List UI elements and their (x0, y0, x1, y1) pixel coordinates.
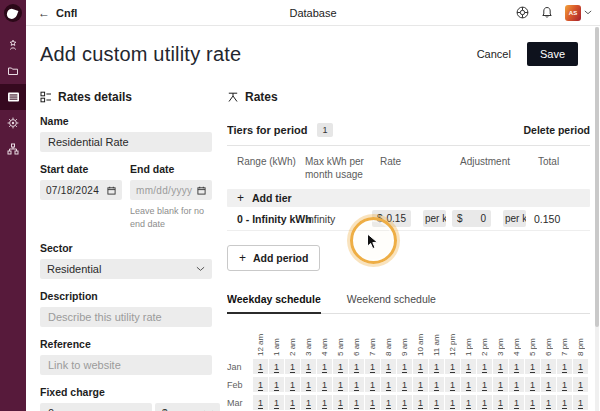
sector-select[interactable]: Residential (40, 259, 212, 279)
schedule-cell[interactable]: 1 (429, 359, 444, 374)
schedule-cell[interactable]: 1 (253, 395, 268, 410)
schedule-cell[interactable]: 1 (541, 359, 556, 374)
schedule-cell[interactable]: 1 (461, 377, 476, 392)
schedule-cell[interactable]: 1 (461, 395, 476, 410)
schedule-cell[interactable]: 1 (381, 377, 396, 392)
schedule-cell[interactable]: 1 (509, 359, 524, 374)
schedule-cell[interactable]: 1 (557, 377, 572, 392)
schedule-cell[interactable]: 1 (285, 395, 300, 410)
schedule-cell[interactable]: 1 (541, 395, 556, 410)
back-arrow-icon[interactable]: ← (38, 6, 50, 20)
schedule-cell[interactable]: 1 (541, 377, 556, 392)
schedule-cell[interactable]: 1 (381, 359, 396, 374)
tab-weekday-schedule[interactable]: Weekday schedule (227, 293, 321, 314)
schedule-cell[interactable]: 1 (525, 359, 540, 374)
schedule-cell[interactable]: 1 (413, 377, 428, 392)
schedule-cell[interactable]: 1 (317, 377, 332, 392)
fixed-charge-input[interactable] (40, 403, 152, 411)
schedule-tabs: Weekday schedule Weekend schedule (227, 293, 590, 314)
schedule-cell[interactable]: 1 (285, 377, 300, 392)
schedule-cell[interactable]: 1 (557, 395, 572, 410)
vertical-scrollbar[interactable] (595, 27, 599, 411)
rate-input[interactable]: $0.15 (372, 210, 411, 227)
schedule-cell[interactable]: 1 (429, 395, 444, 410)
schedule-cell[interactable]: 1 (573, 359, 588, 374)
schedule-cell[interactable]: 1 (333, 395, 348, 410)
schedule-cell[interactable]: 1 (445, 395, 460, 410)
schedule-cell[interactable]: 1 (333, 359, 348, 374)
schedule-cell[interactable]: 1 (253, 359, 268, 374)
reference-input[interactable] (40, 355, 212, 375)
schedule-cell[interactable]: 1 (365, 359, 380, 374)
schedule-cell[interactable]: 1 (397, 395, 412, 410)
save-button[interactable]: Save (527, 42, 578, 66)
schedule-cell[interactable]: 1 (349, 395, 364, 410)
schedule-cell[interactable]: 1 (493, 377, 508, 392)
schedule-cell[interactable]: 1 (413, 359, 428, 374)
schedule-cell[interactable]: 1 (509, 395, 524, 410)
calendar-icon (107, 186, 116, 195)
breadcrumb[interactable]: Cnfl (56, 7, 77, 19)
name-input[interactable] (40, 132, 212, 152)
sidebar-item-database[interactable] (0, 84, 26, 110)
end-date-input[interactable]: mm/dd/yyyy (130, 180, 212, 200)
sidebar-item-hierarchy[interactable] (0, 136, 26, 162)
hour-label: 12 am (253, 322, 268, 356)
schedule-cell[interactable]: 1 (477, 377, 492, 392)
schedule-cell[interactable]: 1 (349, 359, 364, 374)
schedule-cell[interactable]: 1 (493, 395, 508, 410)
schedule-cell[interactable]: 1 (461, 359, 476, 374)
schedule-cell[interactable]: 1 (445, 359, 460, 374)
schedule-cell[interactable]: 1 (525, 377, 540, 392)
schedule-cell[interactable]: 1 (493, 359, 508, 374)
help-icon[interactable] (516, 6, 529, 19)
adjustment-unit-select[interactable]: per k (503, 210, 526, 227)
cancel-button[interactable]: Cancel (477, 48, 511, 60)
schedule-cell[interactable]: 1 (301, 395, 316, 410)
adjustment-input[interactable]: $0 (452, 210, 491, 227)
schedule-cell[interactable]: 1 (365, 377, 380, 392)
schedule-cell[interactable]: 1 (269, 395, 284, 410)
schedule-cell[interactable]: 1 (397, 377, 412, 392)
scrollbar-thumb[interactable] (595, 27, 599, 327)
schedule-cell[interactable]: 1 (573, 377, 588, 392)
sidebar-item-people[interactable] (0, 32, 26, 58)
start-date-input[interactable]: 07/18/2024 (40, 180, 122, 200)
schedule-cell[interactable]: 1 (525, 395, 540, 410)
tab-weekend-schedule[interactable]: Weekend schedule (347, 293, 436, 313)
description-input[interactable] (40, 307, 212, 327)
schedule-cell[interactable]: 1 (333, 377, 348, 392)
sidebar-item-projects[interactable] (0, 58, 26, 84)
schedule-cell[interactable]: 1 (477, 395, 492, 410)
schedule-cell[interactable]: 1 (397, 359, 412, 374)
schedule-cell[interactable]: 1 (557, 359, 572, 374)
add-period-button[interactable]: + Add period (227, 245, 320, 271)
schedule-cell[interactable]: 1 (445, 377, 460, 392)
schedule-cell[interactable]: 1 (269, 359, 284, 374)
schedule-cell[interactable]: 1 (301, 359, 316, 374)
bell-icon[interactable] (541, 6, 553, 19)
account-menu[interactable]: AS (565, 5, 592, 21)
brand-logo-icon[interactable] (4, 4, 22, 22)
schedule-cell[interactable]: 1 (285, 359, 300, 374)
schedule-cell[interactable]: 1 (301, 377, 316, 392)
schedule-cell[interactable]: 1 (413, 395, 428, 410)
add-tier-button[interactable]: + Add tier (227, 189, 590, 207)
schedule-cell[interactable]: 1 (365, 395, 380, 410)
schedule-cell[interactable]: 1 (317, 395, 332, 410)
tiers-table-header: Range (kWh) Max kWh per month usage Rate… (227, 146, 590, 189)
sidebar-item-settings[interactable] (0, 110, 26, 136)
schedule-cell[interactable]: 1 (269, 377, 284, 392)
hour-label: 5 am (333, 322, 348, 356)
fixed-charge-unit-select[interactable]: $ per m... (155, 403, 220, 411)
schedule-cell[interactable]: 1 (477, 359, 492, 374)
schedule-cell[interactable]: 1 (573, 395, 588, 410)
delete-period-button[interactable]: Delete period (523, 124, 590, 136)
schedule-cell[interactable]: 1 (381, 395, 396, 410)
schedule-cell[interactable]: 1 (253, 377, 268, 392)
rate-unit-select[interactable]: per k (423, 210, 446, 227)
schedule-cell[interactable]: 1 (349, 377, 364, 392)
schedule-cell[interactable]: 1 (509, 377, 524, 392)
schedule-cell[interactable]: 1 (317, 359, 332, 374)
schedule-cell[interactable]: 1 (429, 377, 444, 392)
